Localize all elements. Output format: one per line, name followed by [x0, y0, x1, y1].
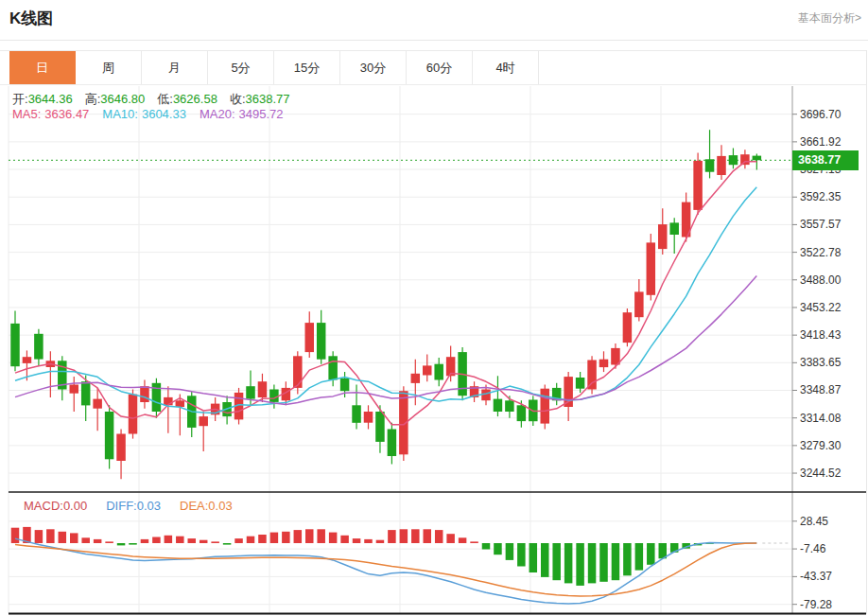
widget-right-border	[866, 50, 867, 614]
price-axis-label: 3661.92	[800, 135, 866, 149]
price-axis-label: 3592.35	[800, 190, 866, 203]
diff-label: DIFF:	[106, 499, 137, 513]
ma20-label: MA20:	[200, 107, 235, 121]
price-axis-label: 3488.00	[800, 273, 866, 287]
price-axis-label: 3244.52	[800, 466, 866, 480]
current-price-badge: 3638.77	[792, 150, 859, 170]
price-axis-label: 3279.30	[800, 439, 866, 452]
price-axis-label: 3696.70	[800, 108, 866, 121]
price-axis-label: 3418.43	[800, 328, 866, 342]
high-value: 3646.80	[100, 92, 145, 106]
dea-label: DEA:	[180, 499, 208, 513]
price-axis-label: 3348.87	[800, 383, 866, 396]
price-axis-label: 3522.78	[800, 246, 866, 259]
price-axis-label: 3557.57	[800, 218, 866, 231]
macd-axis-label: -7.46	[800, 542, 866, 555]
price-axis-label: 3314.08	[800, 412, 866, 425]
macd-value: 0.00	[63, 499, 87, 513]
ma-readout: MA5:3636.47MA10:3604.33MA20:3495.72	[12, 107, 287, 121]
low-label: 低:	[157, 92, 173, 106]
price-axis-label: 3453.22	[800, 301, 866, 314]
ohlc-readout: 开:3644.36高:3646.80低:3626.58收:3638.77	[12, 91, 303, 108]
ma5-label: MA5:	[12, 107, 41, 121]
ma5-value: 3636.47	[44, 107, 89, 121]
ma20-value: 3495.72	[239, 107, 284, 121]
macd-axis-label: 28.45	[800, 515, 866, 528]
close-value: 3638.77	[246, 92, 290, 106]
low-value: 3626.58	[173, 92, 217, 106]
diff-value: 0.03	[137, 499, 161, 513]
macd-axis-label: -43.37	[800, 570, 866, 583]
close-label: 收:	[230, 92, 246, 106]
macd-label: MACD:	[24, 499, 63, 513]
high-label: 高:	[85, 92, 101, 106]
open-value: 3644.36	[28, 92, 73, 106]
open-label: 开:	[12, 92, 28, 106]
kline-chart-widget: K线图 基本面分析> 日 周 月 5分 15分 30分 60分 4时 开:364…	[0, 0, 868, 616]
ma10-label: MA10:	[102, 107, 138, 121]
macd-readout: MACD:0.00DIFF:0.03DEA:0.03	[24, 499, 233, 513]
price-axis-label: 3383.65	[800, 356, 866, 369]
macd-axis-label: -79.28	[800, 598, 866, 611]
dea-value: 0.03	[208, 499, 232, 513]
ma10-value: 3604.33	[142, 107, 186, 121]
